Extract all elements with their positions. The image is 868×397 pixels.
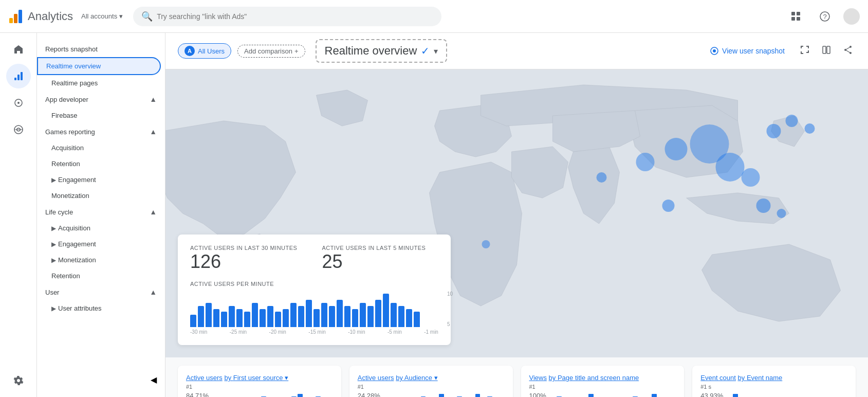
share-button[interactable] bbox=[840, 42, 856, 60]
analytics-logo-icon bbox=[8, 9, 24, 24]
bar bbox=[367, 306, 374, 327]
card-title-dim[interactable]: Audience ▾ bbox=[404, 374, 438, 382]
all-users-chip[interactable]: A All Users bbox=[178, 43, 231, 59]
map-bubble bbox=[805, 123, 815, 134]
apps-icon[interactable] bbox=[786, 6, 806, 27]
x-axis-label: -15 min bbox=[308, 329, 325, 335]
svg-rect-0 bbox=[9, 18, 13, 23]
svg-rect-2 bbox=[19, 10, 22, 23]
svg-rect-19 bbox=[827, 46, 830, 53]
x-axis-label: -10 min bbox=[348, 329, 365, 335]
svg-point-17 bbox=[713, 49, 716, 52]
map-bubble bbox=[767, 124, 781, 138]
toolbar-right: View user snapshot bbox=[704, 42, 856, 60]
lc-acquisition-label: Acquisition bbox=[58, 224, 90, 232]
sidebar-item-realtime-pages[interactable]: Realtime pages bbox=[37, 75, 161, 91]
x-axis-label: -5 min bbox=[387, 329, 402, 335]
y-label-top: 10 bbox=[447, 291, 453, 297]
per-minute-label: ACTIVE USERS PER MINUTE bbox=[190, 281, 438, 287]
add-comparison-button[interactable]: Add comparison + bbox=[237, 45, 305, 58]
card-title-dim[interactable]: Event name bbox=[747, 374, 782, 382]
fullscreen-button[interactable] bbox=[797, 42, 812, 60]
sidebar-item-reports-snapshot[interactable]: Reports snapshot bbox=[37, 41, 161, 57]
sidebar-item-games-engagement[interactable]: ▶ Engagement bbox=[37, 172, 161, 188]
page-title-dropdown-icon[interactable]: ▾ bbox=[434, 46, 438, 56]
bar bbox=[198, 306, 204, 327]
realtime-pages-label: Realtime pages bbox=[51, 79, 98, 87]
games-engagement-chevron-icon: ▶ bbox=[51, 176, 56, 184]
bar bbox=[252, 303, 258, 327]
last5-label: ACTIVE USERS IN LAST 5 MINUTES bbox=[322, 245, 426, 251]
bar bbox=[306, 300, 312, 327]
bar bbox=[190, 315, 196, 327]
sidebar-group-app-developer[interactable]: App developer ▲ bbox=[37, 91, 165, 107]
avatar[interactable] bbox=[843, 8, 860, 25]
home-nav-button[interactable] bbox=[6, 37, 31, 62]
advertising-nav-button[interactable] bbox=[6, 117, 31, 142]
life-cycle-chevron-icon: ▲ bbox=[150, 208, 157, 216]
help-icon[interactable]: ? bbox=[815, 6, 835, 27]
sidebar-item-firebase[interactable]: Firebase bbox=[37, 107, 161, 123]
sidebar-item-games-retention[interactable]: Retention bbox=[37, 156, 161, 172]
map-bubble bbox=[756, 199, 771, 213]
explore-nav-button[interactable] bbox=[6, 91, 31, 115]
sidebar-group-games-reporting[interactable]: Games reporting ▲ bbox=[37, 123, 165, 140]
bar-chart bbox=[190, 291, 420, 327]
card-body: 100% bbox=[529, 392, 676, 397]
page-title-box: Realtime overview ✓ ▾ bbox=[316, 39, 448, 63]
bar bbox=[375, 300, 381, 327]
map-bubble bbox=[597, 172, 607, 183]
sidebar-item-realtime-overview[interactable]: Realtime overview bbox=[37, 57, 161, 75]
card-title-by: by bbox=[738, 374, 747, 382]
bar bbox=[267, 306, 273, 327]
view-snapshot-label: View user snapshot bbox=[722, 47, 785, 55]
card-body: 24.28% s bbox=[358, 392, 505, 397]
search-input[interactable] bbox=[157, 12, 433, 21]
bar bbox=[344, 306, 350, 327]
bar bbox=[414, 312, 420, 327]
reports-nav-button[interactable] bbox=[6, 64, 31, 88]
page-title-check-icon: ✓ bbox=[421, 45, 430, 57]
collapse-icon: ◀ bbox=[151, 375, 157, 385]
card-percent: 43.93% bbox=[700, 392, 729, 397]
content-toolbar: A All Users Add comparison + Realtime ov… bbox=[165, 33, 868, 69]
map-bubble bbox=[742, 168, 760, 187]
last5-stat: ACTIVE USERS IN LAST 5 MINUTES 25 bbox=[322, 245, 426, 273]
card-rank: #1 bbox=[358, 384, 505, 390]
x-axis-label: -1 min bbox=[424, 329, 438, 335]
card-left: 84.71% bbox=[186, 392, 209, 397]
card-title-dim[interactable]: First user source ▾ bbox=[233, 374, 288, 382]
card-percent: 100% bbox=[529, 392, 546, 397]
search-icon: 🔍 bbox=[141, 11, 153, 22]
sidebar-group-life-cycle[interactable]: Life cycle ▲ bbox=[37, 204, 165, 220]
map-bubble bbox=[482, 240, 490, 248]
logo-area: Analytics All accounts ▾ bbox=[8, 9, 127, 24]
sidebar-item-lc-monetization[interactable]: ▶ Monetization bbox=[37, 252, 161, 268]
sidebar-item-games-monetization[interactable]: Monetization bbox=[37, 188, 161, 204]
bottom-card: Active users by First user source ▾ #1 8… bbox=[178, 366, 341, 397]
view-snapshot-button[interactable]: View user snapshot bbox=[704, 43, 791, 59]
sidebar-group-user[interactable]: User ▲ bbox=[37, 284, 165, 300]
sidebar-item-lc-retention[interactable]: Retention bbox=[37, 268, 161, 284]
collapse-button[interactable]: ◀ bbox=[37, 371, 165, 389]
bar-chart-wrapper: 10 5 bbox=[190, 291, 438, 327]
card-title-prefix: Active users bbox=[358, 374, 394, 382]
sidebar-item-games-acquisition[interactable]: Acquisition bbox=[37, 140, 161, 156]
card-bar bbox=[652, 394, 657, 397]
games-reporting-chevron-icon: ▲ bbox=[150, 128, 157, 136]
bar bbox=[275, 312, 281, 327]
compare-view-button[interactable] bbox=[819, 42, 834, 60]
accounts-button[interactable]: All accounts ▾ bbox=[77, 10, 127, 22]
card-title-prefix: Active users bbox=[186, 374, 223, 382]
sidebar-item-lc-engagement[interactable]: ▶ Engagement bbox=[37, 236, 161, 252]
sidebar-item-user-attributes[interactable]: ▶ User attributes bbox=[37, 300, 161, 316]
card-title-dim[interactable]: Page title and screen name bbox=[558, 374, 639, 382]
card-bar bbox=[439, 394, 444, 397]
sidebar-item-lc-acquisition[interactable]: ▶ Acquisition bbox=[37, 220, 161, 236]
realtime-overview-label: Realtime overview bbox=[46, 62, 101, 70]
bar bbox=[229, 306, 235, 327]
card-percent: 24.28% bbox=[358, 392, 380, 397]
bottom-card: Event count by Event name #1 s 43.93% 1,… bbox=[692, 366, 856, 397]
settings-nav-button[interactable] bbox=[6, 368, 31, 393]
map-bubble bbox=[777, 209, 786, 218]
